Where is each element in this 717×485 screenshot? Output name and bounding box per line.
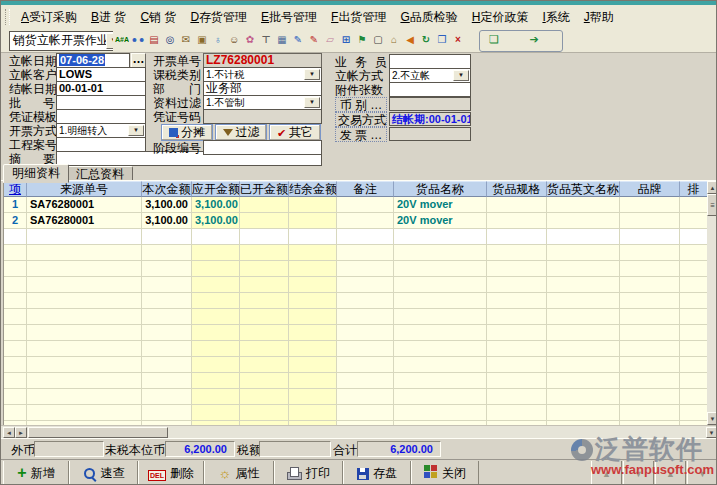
table-cell[interactable] xyxy=(4,309,27,325)
invoice-no-field[interactable]: LZ76280001 xyxy=(203,53,322,68)
table-cell[interactable] xyxy=(289,325,337,341)
menu-item[interactable]: C销 货 xyxy=(133,6,183,28)
menu-item[interactable]: H定价政策 xyxy=(465,6,536,28)
table-cell[interactable] xyxy=(487,277,547,293)
table-cell[interactable] xyxy=(620,373,680,389)
table-cell[interactable] xyxy=(27,357,142,373)
table-cell[interactable] xyxy=(4,293,27,309)
menu-item[interactable]: J帮助 xyxy=(577,6,621,28)
row-up-arrow-button[interactable]: ▲ xyxy=(655,461,686,485)
horizontal-scroll-thumb[interactable] xyxy=(28,427,168,438)
account-mode-combo[interactable]: 2.不立帐 ▼ xyxy=(389,68,471,83)
currency-button[interactable]: 币 别 … xyxy=(335,97,387,112)
table-cell[interactable] xyxy=(547,309,620,325)
screen-selector-combo[interactable]: 销货立帐开票作业 ▼ xyxy=(9,31,123,51)
column-header[interactable]: 本次金额 xyxy=(142,181,192,197)
table-cell[interactable] xyxy=(547,325,620,341)
table-row[interactable] xyxy=(4,389,708,405)
grand-total-field[interactable]: 6,200.00 xyxy=(357,441,441,457)
table-cell[interactable] xyxy=(487,325,547,341)
table-cell[interactable] xyxy=(289,405,337,421)
table-cell[interactable] xyxy=(289,197,337,213)
table-cell[interactable] xyxy=(240,325,289,341)
table-cell[interactable] xyxy=(620,229,680,245)
table-cell[interactable] xyxy=(4,357,27,373)
foreign-currency-field[interactable] xyxy=(34,441,104,457)
table-cell[interactable] xyxy=(394,277,487,293)
table-cell[interactable] xyxy=(4,261,27,277)
table-cell[interactable] xyxy=(142,277,192,293)
column-header[interactable]: 备注 xyxy=(337,181,394,197)
table-cell[interactable] xyxy=(142,357,192,373)
table-cell[interactable]: 3,100.00 xyxy=(142,197,192,213)
table-cell[interactable] xyxy=(547,373,620,389)
currency-field[interactable] xyxy=(389,97,471,111)
table-cell[interactable] xyxy=(620,389,680,405)
table-cell[interactable] xyxy=(337,293,394,309)
project-no-field[interactable] xyxy=(56,137,146,152)
table-cell[interactable] xyxy=(620,325,680,341)
table-cell[interactable] xyxy=(547,197,620,213)
table-cell[interactable] xyxy=(142,373,192,389)
other-button[interactable]: ✔ 其它 xyxy=(269,124,321,141)
table-cell[interactable] xyxy=(337,373,394,389)
table-cell[interactable] xyxy=(240,309,289,325)
table-cell[interactable] xyxy=(337,277,394,293)
close-x-icon[interactable]: × xyxy=(449,31,467,51)
table-cell[interactable]: 3,100.00 xyxy=(192,197,240,213)
table-cell[interactable] xyxy=(4,389,27,405)
table-row[interactable] xyxy=(4,357,708,373)
table-cell[interactable]: 20V mover xyxy=(394,213,487,229)
table-cell[interactable] xyxy=(289,213,337,229)
table-cell[interactable] xyxy=(240,245,289,261)
table-cell[interactable]: 3,100.00 xyxy=(142,213,192,229)
scroll-down-icon[interactable]: ▼ xyxy=(707,412,717,425)
table-cell[interactable] xyxy=(547,245,620,261)
table-cell[interactable] xyxy=(547,261,620,277)
menu-item[interactable]: I系统 xyxy=(535,6,576,28)
table-cell[interactable] xyxy=(394,341,487,357)
table-row[interactable]: 1SA762800013,100.003,100.0020V mover xyxy=(4,197,708,213)
table-cell[interactable] xyxy=(4,405,27,421)
trade-mode-field[interactable]: 结帐期:00-01-01; xyxy=(389,112,471,126)
table-cell[interactable] xyxy=(4,341,27,357)
menu-item[interactable]: E批号管理 xyxy=(254,6,324,28)
table-cell[interactable] xyxy=(27,293,142,309)
invoice-field[interactable] xyxy=(389,127,471,141)
entry-date-field[interactable]: 07-06-28 xyxy=(56,53,130,68)
table-cell[interactable] xyxy=(620,357,680,373)
table-cell[interactable] xyxy=(394,245,487,261)
table-cell[interactable] xyxy=(620,277,680,293)
table-cell[interactable] xyxy=(680,341,708,357)
column-header[interactable]: 排 xyxy=(680,181,708,197)
table-cell[interactable] xyxy=(240,405,289,421)
table-cell[interactable] xyxy=(487,389,547,405)
table-cell[interactable] xyxy=(337,229,394,245)
batch-no-field[interactable] xyxy=(56,95,146,110)
chevron-down-icon[interactable]: ▼ xyxy=(304,69,320,80)
table-row[interactable]: 2SA762800013,100.003,100.0020V mover xyxy=(4,213,708,229)
table-cell[interactable] xyxy=(547,293,620,309)
table-cell[interactable] xyxy=(240,373,289,389)
table-cell[interactable] xyxy=(142,261,192,277)
scroll-down-icon[interactable]: ▼ xyxy=(706,427,717,438)
table-cell[interactable] xyxy=(142,389,192,405)
table-cell[interactable] xyxy=(4,229,27,245)
scroll-left-icon[interactable]: ◄ xyxy=(3,427,15,438)
untaxed-base-field[interactable]: 6,200.00 xyxy=(165,441,235,457)
table-cell[interactable] xyxy=(487,293,547,309)
table-cell[interactable] xyxy=(680,197,708,213)
table-cell[interactable] xyxy=(487,213,547,229)
table-cell[interactable] xyxy=(192,309,240,325)
scroll-right-icon[interactable]: ► xyxy=(15,427,27,438)
department-field[interactable]: 业务部 xyxy=(203,81,322,96)
tab-detail[interactable]: 明细资料 xyxy=(3,164,69,183)
table-cell[interactable] xyxy=(27,245,142,261)
table-cell[interactable] xyxy=(620,213,680,229)
table-cell[interactable] xyxy=(620,245,680,261)
column-header[interactable]: 应开金额 xyxy=(192,181,240,197)
menu-item[interactable]: F出货管理 xyxy=(324,6,393,28)
table-cell[interactable] xyxy=(289,309,337,325)
table-cell[interactable] xyxy=(142,405,192,421)
table-cell[interactable] xyxy=(289,389,337,405)
